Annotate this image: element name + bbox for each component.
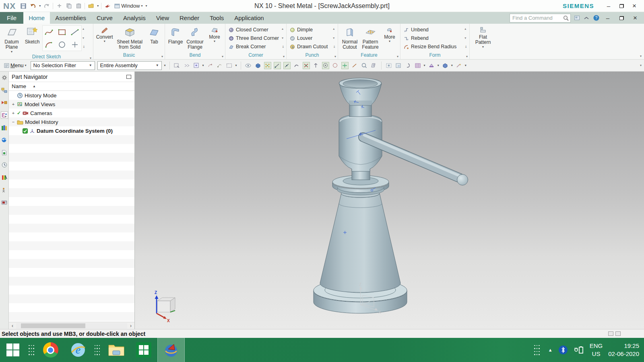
- tab-render[interactable]: Render: [174, 12, 204, 24]
- tree-row-history-mode[interactable]: History Mode: [9, 91, 134, 100]
- internet-explorer-taskbar-button[interactable]: e: [64, 338, 92, 362]
- tab-tools[interactable]: Tools: [204, 12, 229, 24]
- reuse-library-icon[interactable]: [1, 124, 8, 131]
- solid-body-icon[interactable]: [254, 62, 262, 69]
- restore-button[interactable]: [616, 2, 627, 10]
- group-dialog-caret[interactable]: ▾: [466, 53, 468, 60]
- tree-row-model-views[interactable]: + Model Views: [9, 100, 134, 109]
- doc-restore-button[interactable]: [616, 14, 627, 22]
- group-dialog-caret[interactable]: ▾: [283, 53, 285, 60]
- louver-button[interactable]: Louver: [288, 34, 330, 42]
- internet-explorer-panel-icon[interactable]: [1, 136, 8, 144]
- move-rotate-icon[interactable]: [206, 62, 214, 69]
- hidden-icons-arrow[interactable]: ▲: [548, 348, 553, 352]
- rectangle-select-icon[interactable]: [226, 62, 233, 69]
- shaded-view-icon[interactable]: [442, 62, 449, 69]
- bluetooth-tray-icon[interactable]: [558, 345, 568, 355]
- shuffle-selection-icon[interactable]: [183, 62, 190, 69]
- constraint-navigator-icon[interactable]: [1, 99, 8, 106]
- datum-plane-button[interactable]: Datum Plane ▾: [1, 25, 22, 54]
- tab-file[interactable]: File: [0, 12, 23, 24]
- flat-pattern-button[interactable]: Flat Pattern ▾: [471, 25, 495, 49]
- sheet-metal-from-solid-button[interactable]: Sheet Metal from Solid: [114, 25, 145, 51]
- flange-button[interactable]: Flange: [166, 25, 185, 45]
- help-icon[interactable]: ?: [592, 14, 600, 22]
- snap-caret[interactable]: ▾: [202, 64, 204, 67]
- drawn-cutout-button[interactable]: Drawn Cutout: [288, 43, 330, 51]
- tangent-snap-icon[interactable]: [351, 62, 358, 69]
- doc-minimize-button[interactable]: –: [602, 14, 613, 22]
- system-clock-icon[interactable]: [1, 161, 8, 169]
- file-explorer-taskbar-button[interactable]: [103, 338, 130, 362]
- roles-gear-icon[interactable]: [1, 74, 8, 81]
- convert-button[interactable]: Convert ▾: [95, 25, 114, 43]
- drag-handle-icon[interactable]: [216, 62, 223, 69]
- tab-analysis[interactable]: Analysis: [118, 12, 151, 24]
- punch-gallery-arrows[interactable]: ▴▾⇓: [332, 26, 336, 50]
- intersection-snap-icon[interactable]: [303, 62, 310, 69]
- corner-gallery-arrows[interactable]: ▴▾⇓: [281, 26, 285, 50]
- tab-curve[interactable]: Curve: [91, 12, 118, 24]
- ribbon-options-caret[interactable]: ▾: [145, 4, 147, 8]
- tree-row-model-history[interactable]: − Model History: [9, 117, 134, 126]
- status-tray-icon-2[interactable]: [615, 331, 621, 336]
- show-hide-icon[interactable]: [245, 62, 252, 69]
- group-label-feature[interactable]: Feature▾: [338, 52, 400, 59]
- open-folder-icon[interactable]: [87, 2, 95, 10]
- selection-filter-combo[interactable]: No Selection Filter▼: [31, 61, 95, 70]
- wand-caret[interactable]: ▾: [465, 64, 466, 67]
- circle-center-snap-icon[interactable]: [322, 62, 329, 69]
- sheets-icon[interactable]: [370, 62, 378, 69]
- materials-palette-icon[interactable]: [1, 174, 8, 181]
- midpoint-snap-icon[interactable]: [283, 62, 291, 69]
- panel-undock-icon[interactable]: [126, 75, 131, 79]
- sketch-button[interactable]: Sketch: [22, 25, 42, 45]
- chrome-taskbar-button[interactable]: [37, 338, 64, 362]
- break-corner-button[interactable]: Break Corner: [227, 43, 281, 51]
- cut-icon[interactable]: [56, 2, 63, 10]
- group-label-punch[interactable]: Punch▾: [287, 52, 338, 59]
- language-indicator[interactable]: ENG US: [590, 342, 603, 358]
- direct-sketch-gallery-arrows[interactable]: ▴▾⇓: [82, 26, 86, 50]
- copy-icon[interactable]: [65, 2, 72, 10]
- selbar-end-caret[interactable]: ▾: [640, 64, 642, 67]
- group-label-form[interactable]: Form▾: [400, 52, 469, 59]
- find-command-input[interactable]: [510, 14, 570, 22]
- status-tray-icon-1[interactable]: [608, 331, 613, 336]
- animation-player-icon[interactable]: [1, 199, 8, 206]
- circle-tool-icon[interactable]: [56, 38, 68, 51]
- assembly-navigator-icon[interactable]: [1, 86, 8, 94]
- wand-icon[interactable]: [455, 62, 462, 69]
- tab-button[interactable]: Tab: [145, 25, 163, 45]
- undo-dropdown-caret[interactable]: ▾: [39, 4, 41, 8]
- rebend-button[interactable]: Rebend: [402, 34, 458, 42]
- rectangle-tool-icon[interactable]: [56, 26, 68, 38]
- qcheck-icon[interactable]: [361, 62, 368, 69]
- pattern-feature-button[interactable]: Pattern Feature: [360, 25, 380, 51]
- render-style-caret[interactable]: ▾: [451, 64, 453, 67]
- history-palette-icon[interactable]: [1, 149, 8, 156]
- command-finder-icon[interactable]: [104, 2, 111, 10]
- ribbon-overflow-caret[interactable]: ▾: [640, 54, 642, 58]
- selbar-overflow-caret[interactable]: ▾: [164, 64, 166, 67]
- expander-plus-icon[interactable]: +: [11, 102, 15, 106]
- three-bend-corner-button[interactable]: Three Bend Corner: [227, 34, 281, 42]
- grid-caret[interactable]: ▾: [424, 64, 425, 67]
- studio-spline-icon[interactable]: [43, 26, 56, 38]
- menu-button[interactable]: Menu ▾: [2, 62, 28, 69]
- save-icon[interactable]: [20, 2, 27, 10]
- fit-view-icon[interactable]: [385, 62, 392, 69]
- snap-enabled-icon[interactable]: [264, 62, 271, 69]
- line-tool-icon[interactable]: [68, 26, 81, 38]
- touch-mode-icon[interactable]: [573, 14, 580, 22]
- window-zoom-icon[interactable]: [395, 62, 402, 69]
- bend-more-button[interactable]: More ▾: [205, 25, 224, 43]
- undo-icon[interactable]: [29, 2, 37, 10]
- tab-application[interactable]: Application: [229, 12, 269, 24]
- snap-point-icon[interactable]: [193, 62, 200, 69]
- scrollbar-thumb[interactable]: [21, 323, 85, 328]
- minimize-ribbon-chevron-icon[interactable]: [583, 14, 590, 22]
- window-menu-button[interactable]: Window ▾ ▾: [114, 3, 147, 9]
- group-dialog-caret[interactable]: ▾: [222, 53, 223, 60]
- clip-caret[interactable]: ▾: [438, 64, 439, 67]
